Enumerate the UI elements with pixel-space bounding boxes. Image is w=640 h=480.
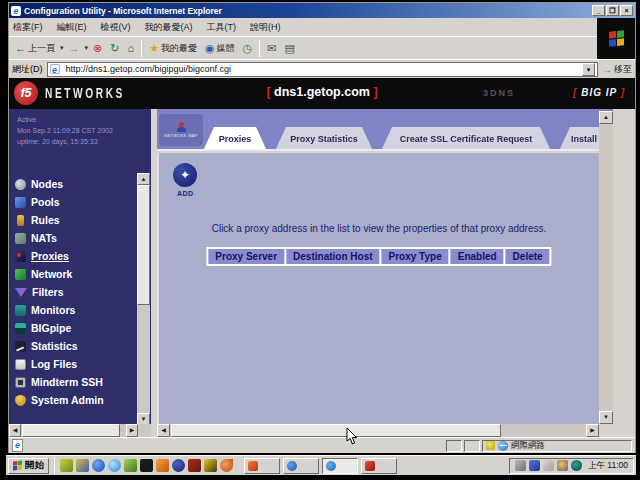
scroll-right-icon[interactable]: ▶: [586, 424, 599, 437]
log-files-icon: [15, 359, 26, 370]
refresh-button[interactable]: ↻: [107, 39, 122, 58]
menu-favorites[interactable]: 我的最愛(A): [145, 21, 193, 34]
alert-icon: [486, 441, 495, 450]
scroll-up-icon[interactable]: ▲: [599, 111, 613, 124]
sidebar-vertical-scrollbar[interactable]: ▲ ▼: [137, 173, 150, 425]
home-button[interactable]: ⌂: [124, 39, 137, 58]
sidebar-item-mindterm-ssh[interactable]: Mindterm SSH: [15, 373, 137, 391]
mail-button[interactable]: ✉: [264, 39, 279, 58]
start-button[interactable]: 開始: [8, 458, 49, 474]
column-destination-host: Destination Host: [286, 249, 379, 264]
title-bar: e Configuration Utility - Microsoft Inte…: [9, 3, 635, 18]
tray-icon-5[interactable]: [571, 460, 582, 471]
app-icon: [287, 461, 297, 471]
tray-icon-2[interactable]: [529, 460, 540, 471]
sidebar-item-filters[interactable]: Filters: [15, 283, 137, 301]
close-button[interactable]: ×: [620, 5, 633, 16]
taskbar-button-2[interactable]: [283, 458, 319, 474]
scroll-down-icon[interactable]: ▼: [599, 411, 613, 424]
quicklaunch-icon-7[interactable]: [156, 459, 169, 472]
quicklaunch-icon-9[interactable]: [188, 459, 201, 472]
scroll-up-icon[interactable]: ▲: [137, 173, 150, 185]
scrollbar-thumb[interactable]: [22, 424, 120, 437]
quicklaunch-icon-10[interactable]: [204, 459, 217, 472]
menu-edit[interactable]: 編輯(E): [57, 21, 87, 34]
restore-button[interactable]: ❐: [606, 5, 619, 16]
nav-tree: Nodes Pools Rules NATs Proxies Network F…: [15, 175, 137, 409]
pools-icon: [15, 197, 26, 208]
address-input-wrap: e ▾: [47, 62, 599, 77]
scroll-left-icon[interactable]: ◀: [157, 424, 170, 437]
sidebar-item-pools[interactable]: Pools: [15, 193, 137, 211]
security-zone-panel: 網際網路: [482, 440, 632, 452]
sidebar-item-nodes[interactable]: Nodes: [15, 175, 137, 193]
tray-icon-4[interactable]: [557, 460, 568, 471]
network-map-button[interactable]: NETWORK MAP: [159, 114, 203, 146]
sidebar-item-statistics[interactable]: Statistics: [15, 337, 137, 355]
refresh-icon: ↻: [110, 43, 119, 54]
taskbar-button-1[interactable]: [244, 458, 280, 474]
content-horizontal-scrollbar[interactable]: ◀ ▶: [157, 424, 599, 437]
scroll-left-icon[interactable]: ◀: [9, 424, 21, 437]
home-icon: ⌂: [127, 43, 134, 54]
menu-help[interactable]: 說明(H): [250, 21, 281, 34]
quicklaunch-icon-2[interactable]: [76, 459, 89, 472]
sidebar-item-system-admin[interactable]: System Admin: [15, 391, 137, 409]
sidebar-item-bigpipe[interactable]: BIGpipe: [15, 319, 137, 337]
proxy-table-header: Proxy Server Destination Host Proxy Type…: [206, 247, 551, 266]
print-button[interactable]: ▤: [281, 39, 297, 58]
menu-view[interactable]: 檢視(V): [101, 21, 131, 34]
sidebar-item-proxies[interactable]: Proxies: [15, 247, 137, 265]
toolbar-separator: [141, 40, 142, 57]
sidebar-item-monitors[interactable]: Monitors: [15, 301, 137, 319]
go-arrow-icon: →: [602, 64, 612, 75]
tab-create-ssl-certificate-request[interactable]: Create SSL Certificate Request: [381, 127, 551, 151]
media-button[interactable]: ◉媒體: [202, 39, 238, 58]
stop-button[interactable]: ⊗: [90, 39, 105, 58]
link-3dns[interactable]: 3DNS: [483, 88, 515, 98]
browser-toolbar: ←上一頁 ▾ → ▾ ⊗ ↻ ⌂ ★我的最愛 ◉媒體 ◷ ✉ ▤: [9, 36, 597, 59]
quicklaunch-icon-11[interactable]: [220, 459, 233, 472]
menu-file[interactable]: 檔案(F): [13, 21, 43, 34]
quicklaunch-icon-5[interactable]: [124, 459, 137, 472]
back-dropdown[interactable]: ▾: [60, 44, 64, 52]
menu-tools[interactable]: 工具(T): [207, 21, 237, 34]
sidebar-item-nats[interactable]: NATs: [15, 229, 137, 247]
scrollbar-thumb[interactable]: [171, 424, 501, 437]
sidebar-item-rules[interactable]: Rules: [15, 211, 137, 229]
tab-proxies[interactable]: Proxies: [203, 127, 267, 151]
minimize-button[interactable]: _: [592, 5, 605, 16]
sidebar-item-network[interactable]: Network: [15, 265, 137, 283]
quick-launch-bar: [60, 459, 233, 472]
tab-proxy-statistics[interactable]: Proxy Statistics: [275, 127, 373, 151]
taskbar-button-3-active[interactable]: [322, 458, 358, 474]
back-button[interactable]: ←上一頁: [12, 39, 58, 58]
quicklaunch-icon-8[interactable]: [172, 459, 185, 472]
window-title: Configuration Utility - Microsoft Intern…: [24, 6, 591, 16]
scrollbar-thumb[interactable]: [137, 185, 150, 305]
sidebar-item-log-files[interactable]: Log Files: [15, 355, 137, 373]
back-icon: ←: [15, 43, 26, 54]
forward-dropdown[interactable]: ▾: [85, 44, 89, 52]
link-bigip[interactable]: [ BIG IP ]: [573, 87, 625, 98]
ie-throbber: [597, 18, 635, 59]
quicklaunch-icon-4[interactable]: [108, 459, 121, 472]
monitors-icon: [15, 305, 26, 316]
address-input[interactable]: [66, 63, 580, 75]
quicklaunch-icon-1[interactable]: [60, 459, 73, 472]
go-button[interactable]: →移至: [602, 63, 632, 76]
history-button[interactable]: ◷: [240, 39, 256, 58]
tray-icon-3[interactable]: [543, 460, 554, 471]
proxies-panel: ✦ ADD Click a proxy address in the list …: [157, 153, 599, 424]
scroll-right-icon[interactable]: ▶: [126, 424, 138, 437]
sidebar-horizontal-scrollbar[interactable]: ◀ ▶: [9, 424, 151, 437]
quicklaunch-icon-6[interactable]: [140, 459, 153, 472]
taskbar-button-4[interactable]: [361, 458, 397, 474]
address-dropdown[interactable]: ▾: [582, 63, 595, 76]
add-proxy-button[interactable]: ✦: [173, 163, 197, 187]
favorites-button[interactable]: ★我的最愛: [146, 39, 200, 58]
quicklaunch-icon-3[interactable]: [92, 459, 105, 472]
content-vertical-scrollbar[interactable]: ▲ ▼: [599, 111, 613, 424]
tray-icon-1[interactable]: [515, 460, 526, 471]
forward-button[interactable]: →: [66, 39, 83, 58]
